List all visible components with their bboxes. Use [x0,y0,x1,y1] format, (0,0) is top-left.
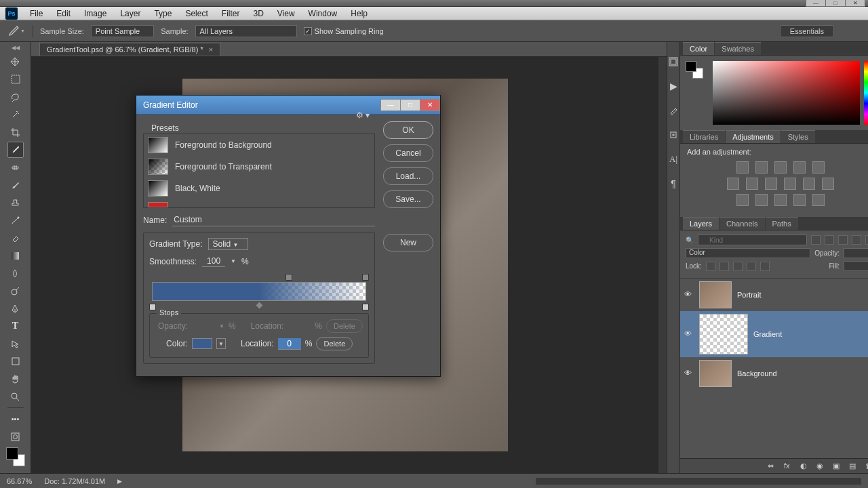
close-button[interactable]: ✕ [845,0,865,7]
hand-tool-icon[interactable] [7,371,24,387]
dialog-minimize-button[interactable]: — [380,99,401,111]
menu-help[interactable]: Help [344,7,374,20]
close-tab-icon[interactable]: × [209,45,213,54]
more-tools-icon[interactable]: ••• [7,411,24,427]
dialog-maximize-button[interactable]: □ [400,99,420,111]
workspace-button[interactable]: Essentials [780,25,834,37]
new-button[interactable]: New [383,234,433,251]
tab-paths[interactable]: Paths [766,217,798,230]
mask-icon[interactable]: ◐ [800,462,810,471]
adj-levels-icon[interactable] [755,161,768,174]
brush-tool-icon[interactable] [7,177,24,193]
marquee-tool-icon[interactable] [7,71,24,87]
doc-info-status[interactable]: Doc: 1.72M/4.01M [44,477,105,485]
filter-shape-icon[interactable] [852,235,861,245]
tab-styles[interactable]: Styles [781,130,815,143]
adj-colorlookup-icon[interactable] [822,178,834,190]
eraser-tool-icon[interactable] [7,230,24,246]
path-select-tool-icon[interactable] [7,336,24,352]
eyedropper-tool-icon[interactable] [7,142,24,158]
adj-exposure-icon[interactable] [793,161,806,174]
lock-all-icon[interactable] [760,262,770,271]
dialog-titlebar[interactable]: Gradient Editor — □ ✕ [136,96,440,115]
tab-adjustments[interactable]: Adjustments [726,130,781,143]
document-tab[interactable]: GradientTool.psd @ 66.7% (Gradient, RGB/… [39,43,220,56]
crop-tool-icon[interactable] [7,124,24,140]
menu-edit[interactable]: Edit [50,7,77,20]
adj-hue-icon[interactable] [727,178,739,190]
lock-pixels-icon[interactable] [719,262,729,271]
trash-icon[interactable]: 🗑 [865,462,868,471]
minimize-button[interactable]: — [806,0,826,7]
midpoint-diamond[interactable] [256,302,262,309]
lasso-tool-icon[interactable] [7,89,24,105]
sample-size-select[interactable]: Point Sample [91,25,154,37]
gradient-tool-icon[interactable] [7,247,24,264]
menu-3d[interactable]: 3D [246,7,270,20]
load-button[interactable]: Load... [383,167,433,185]
vertical-scrollbar[interactable] [658,57,667,473]
dialog-close-button[interactable]: ✕ [420,99,440,111]
ok-button[interactable]: OK [383,121,433,139]
menu-view[interactable]: View [271,7,302,20]
adj-curves-icon[interactable] [774,161,787,174]
gradient-type-select[interactable]: Solid ▼ [208,238,249,250]
opacity-stop[interactable] [362,274,369,281]
blend-mode-select[interactable]: Color [686,248,810,258]
lock-transparency-icon[interactable] [706,262,715,271]
smoothness-field[interactable]: 100 [202,256,225,267]
pen-tool-icon[interactable] [7,300,24,317]
color-swatch-dropdown[interactable]: ▼ [216,338,226,349]
presets-list[interactable]: Foreground to BackgroundForeground to Tr… [143,134,375,208]
horizontal-scrollbar[interactable] [536,478,861,485]
layer-row[interactable]: 👁Background🔒 [680,357,868,390]
zoom-status[interactable]: 66.67% [7,477,32,485]
adj-colorbalance-icon[interactable] [746,178,758,190]
layer-row[interactable]: 👁Portrait [680,279,868,311]
fgbg-color-picker[interactable] [6,447,25,466]
play-icon[interactable]: ▶ [667,80,679,92]
group-icon[interactable]: ▣ [833,462,842,471]
visibility-icon[interactable]: 👁 [684,369,694,378]
preset-row[interactable]: Foreground to Transparent [144,156,374,178]
cancel-button[interactable]: Cancel [383,144,433,162]
hue-slider[interactable] [864,61,868,125]
menu-select[interactable]: Select [178,7,214,20]
preset-row[interactable]: Black, White [144,178,374,199]
save-button[interactable]: Save... [383,190,433,208]
tab-channels[interactable]: Channels [719,217,764,230]
filter-smart-icon[interactable] [865,235,868,245]
sample-select[interactable]: All Layers [195,25,297,37]
link-layers-icon[interactable]: ⇔ [768,462,777,471]
shape-tool-icon[interactable] [7,353,24,369]
filter-adj-icon[interactable] [825,235,834,245]
adj-vibrance-icon[interactable] [812,161,825,174]
healing-tool-icon[interactable] [7,159,24,176]
adj-posterize-icon[interactable] [755,194,768,206]
filter-image-icon[interactable] [811,235,821,245]
menu-layer[interactable]: Layer [113,7,147,20]
adj-gradientmap-icon[interactable] [793,194,806,206]
adj-selectivecolor-icon[interactable] [812,194,825,206]
opacity-field[interactable] [844,248,868,258]
menu-type[interactable]: Type [147,7,178,20]
presets-gear-icon[interactable]: ⚙ ▾ [356,110,370,120]
gradient-name-input[interactable] [172,214,375,226]
adj-threshold-icon[interactable] [774,194,787,206]
lock-position-icon[interactable] [733,262,743,271]
menu-image[interactable]: Image [77,7,113,20]
clone-source-icon[interactable] [667,129,679,141]
visibility-icon[interactable]: 👁 [684,329,694,339]
tab-swatches[interactable]: Swatches [715,42,761,55]
menu-window[interactable]: Window [302,7,344,20]
maximize-button[interactable]: □ [825,0,846,7]
brush-panel-icon[interactable] [667,104,679,117]
zoom-tool-icon[interactable] [7,388,24,405]
history-brush-icon[interactable] [7,212,24,228]
layer-row[interactable]: 👁Gradient [680,311,868,357]
move-tool-icon[interactable] [7,54,24,70]
dodge-tool-icon[interactable] [7,283,24,299]
toolbar-collapse-icon[interactable]: ◀◀ [12,45,20,51]
adj-channelmixer-icon[interactable] [803,178,815,190]
stop-location-field-2[interactable]: 0 [278,338,301,350]
